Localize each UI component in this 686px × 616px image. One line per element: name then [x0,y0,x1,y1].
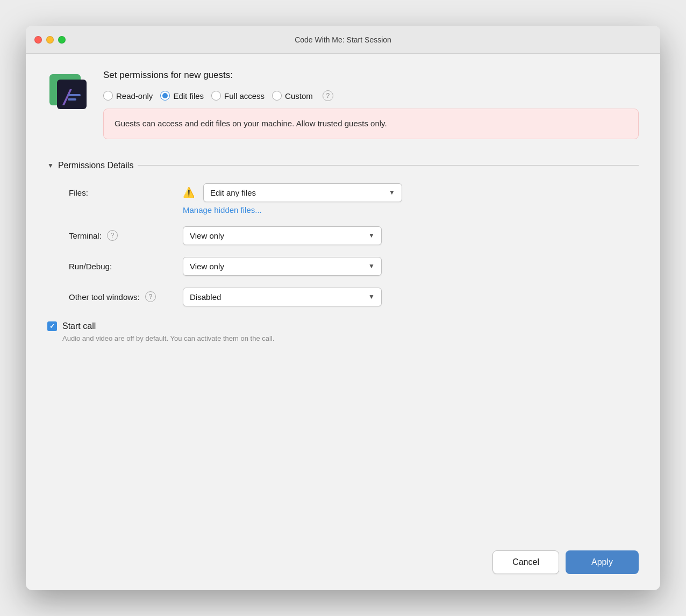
warning-box: Guests can access and edit files on your… [103,109,639,139]
other-tool-windows-row: Other tool windows: ? Disabled ▼ [69,288,639,306]
svg-rect-3 [68,94,81,96]
other-tool-windows-dropdown[interactable]: Disabled ▼ [183,288,382,306]
radio-option-read-only[interactable]: Read-only [103,91,153,101]
bottom-buttons: Cancel Apply [26,540,660,590]
other-tool-windows-dropdown-arrow: ▼ [368,293,375,300]
window-title: Code With Me: Start Session [295,35,391,44]
other-tool-windows-label: Other tool windows: [69,292,140,302]
radio-label-custom: Custom [285,91,313,101]
run-debug-dropdown-value: View only [190,262,224,271]
terminal-label: Terminal: [69,231,102,240]
radio-read-only[interactable] [103,91,113,101]
radio-label-edit-files: Edit files [173,91,204,101]
files-dropdown-value: Edit any files [210,188,256,197]
close-button[interactable] [34,36,42,44]
other-tool-windows-label-group: Other tool windows: ? [69,291,176,302]
radio-label-full-access: Full access [224,91,265,101]
apply-button[interactable]: Apply [566,550,639,574]
run-debug-dropdown-arrow: ▼ [368,262,375,270]
files-row: Files: ⚠️ Edit any files ▼ [69,183,639,202]
warning-triangle-icon: ⚠️ [183,187,195,198]
section-header: ▼ Permissions Details [47,161,639,170]
chevron-down-icon[interactable]: ▼ [47,162,54,169]
run-debug-row: Run/Debug: View only ▼ [69,257,639,276]
permissions-details-section: ▼ Permissions Details Files: ⚠️ Edit any… [47,161,639,342]
radio-option-full-access[interactable]: Full access [211,91,265,101]
svg-text:/: / [61,85,73,108]
top-section: / Set permissions for new guests: Read-o… [47,70,639,150]
permission-rows: Files: ⚠️ Edit any files ▼ Manage hidden… [47,183,639,306]
cancel-button[interactable]: Cancel [492,550,559,574]
files-dropdown-arrow: ▼ [389,189,395,196]
start-call-subtitle: Audio and video are off by default. You … [62,334,639,342]
radio-custom[interactable] [272,91,282,101]
radio-option-edit-files[interactable]: Edit files [160,91,204,101]
terminal-help-icon[interactable]: ? [107,230,118,241]
maximize-button[interactable] [58,36,66,44]
window: Code With Me: Start Session / [26,26,660,590]
run-debug-dropdown[interactable]: View only ▼ [183,257,382,276]
settings-area: Set permissions for new guests: Read-onl… [103,70,639,150]
permissions-help-icon[interactable]: ? [323,90,333,101]
radio-dot [162,93,168,98]
start-call-label: Start call [62,321,96,331]
start-call-section: ✓ Start call Audio and video are off by … [47,321,639,342]
svg-rect-4 [68,98,76,101]
files-section: Files: ⚠️ Edit any files ▼ Manage hidden… [69,183,639,214]
run-debug-label: Run/Debug: [69,262,176,271]
terminal-row: Terminal: ? View only ▼ [69,226,639,245]
other-tool-windows-dropdown-value: Disabled [190,292,221,302]
terminal-dropdown-arrow: ▼ [368,232,375,239]
terminal-dropdown-value: View only [190,231,224,240]
warning-text: Guests can access and edit files on your… [115,119,387,128]
other-tool-windows-help-icon[interactable]: ? [145,291,156,302]
section-divider [138,165,639,166]
minimize-button[interactable] [46,36,54,44]
traffic-lights [34,36,66,44]
permissions-label: Set permissions for new guests: [103,70,639,81]
radio-label-read-only: Read-only [116,91,153,101]
radio-option-custom[interactable]: Custom [272,91,313,101]
manage-hidden-files-link[interactable]: Manage hidden files... [183,205,639,214]
files-dropdown[interactable]: Edit any files ▼ [203,183,402,202]
terminal-label-group: Terminal: ? [69,230,176,241]
checkbox-check-icon: ✓ [49,323,55,330]
section-title: Permissions Details [58,161,133,170]
radio-group: Read-only Edit files Full access [103,90,639,101]
titlebar: Code With Me: Start Session [26,26,660,54]
radio-full-access[interactable] [211,91,221,101]
start-call-row: ✓ Start call [47,321,639,331]
radio-edit-files[interactable] [160,91,170,101]
content-area: / Set permissions for new guests: Read-o… [26,54,660,540]
app-icon: / [47,70,90,113]
files-label: Files: [69,188,176,197]
start-call-checkbox[interactable]: ✓ [47,321,57,331]
terminal-dropdown[interactable]: View only ▼ [183,226,382,245]
